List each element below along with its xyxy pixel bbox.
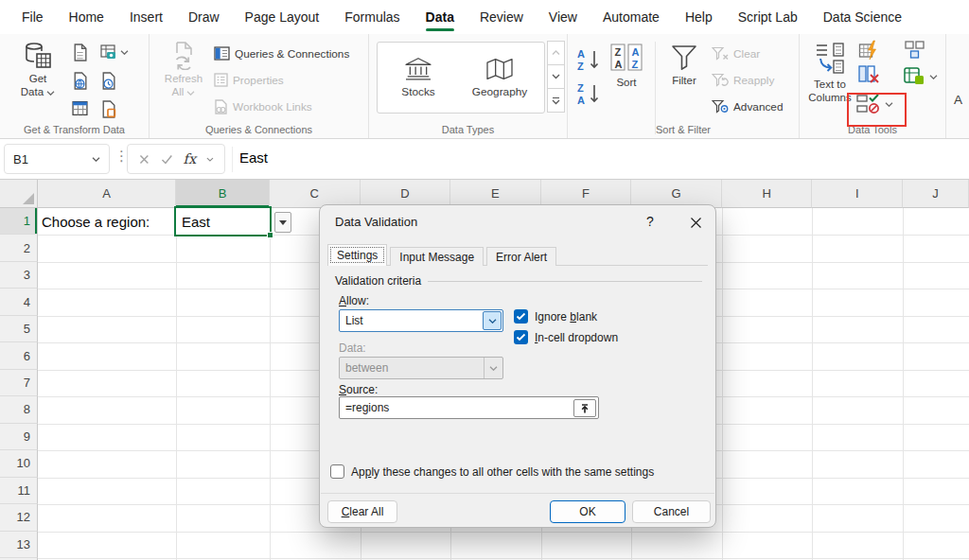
combo-arrow[interactable] [483,311,502,330]
tab-settings[interactable]: Settings [327,244,387,266]
allow-value: List [340,314,483,327]
column-header-j[interactable]: J [903,180,969,208]
select-all-corner[interactable] [0,180,38,208]
column-header-i[interactable]: I [812,180,903,208]
gridline [176,208,177,560]
row-header-1[interactable]: 1 [0,208,38,235]
ok-label: OK [579,505,595,518]
row-header-4[interactable]: 4 [0,289,38,315]
row-header-12[interactable]: 12 [0,504,38,531]
data-validation-highlight-box [847,93,907,127]
gridline [270,208,271,560]
cancel-label: Cancel [654,505,689,518]
gridline [903,208,904,560]
gridline [722,208,723,560]
data-validation-dialog: Data Validation ? SettingsInput MessageE… [319,204,716,528]
row-header-11[interactable]: 11 [0,478,38,504]
ignore-blank-label: Ignore blank [535,310,597,324]
dialog-tabs: SettingsInput MessageError Alert [327,244,559,266]
cell-b1-selected[interactable]: East [174,206,272,236]
apply-to-all-checkbox[interactable] [330,464,344,479]
clear-all-label: Clear All [342,505,384,518]
collapse-arrow-icon [579,403,590,414]
ignore-blank-checkbox[interactable] [514,309,528,324]
gridline [38,558,969,559]
row-header-2[interactable]: 2 [0,235,38,261]
ignore-blank-option[interactable]: Ignore blank [514,309,597,324]
clear-all-button[interactable]: Clear All [327,500,397,523]
allow-combobox[interactable]: List [339,309,503,332]
row-header-8[interactable]: 8 [0,396,38,423]
in-cell-dropdown-checkbox[interactable] [514,330,528,344]
tab-input-message[interactable]: Input Message [390,247,484,266]
tab-error-alert[interactable]: Error Alert [486,247,556,266]
source-value: =regions [345,401,389,414]
close-icon [690,217,702,229]
collapse-dialog-button[interactable] [573,399,596,417]
data-value: between [340,361,484,375]
excel-window: FileHomeInsertDrawPage LayoutFormulasDat… [0,0,969,560]
close-button[interactable] [687,214,704,231]
combo-arrow [484,358,502,378]
gridline [812,208,813,560]
data-combobox: between [339,357,503,379]
ok-button[interactable]: OK [550,500,625,523]
column-header-b[interactable]: B [176,180,270,208]
in-cell-dropdown-button[interactable] [274,212,291,233]
section-rule [428,281,702,282]
fill-handle[interactable] [267,232,273,238]
apply-to-all-label: Apply these changes to all other cells w… [351,465,654,479]
row-header-3[interactable]: 3 [0,262,38,289]
source-input[interactable]: =regions [339,396,599,419]
chevron-down-icon [489,366,498,371]
in-cell-dropdown-label: In-cell dropdown [535,331,618,344]
column-header-a[interactable]: A [38,180,176,208]
check-icon [516,312,526,321]
row-header-9[interactable]: 9 [0,424,38,450]
cell-a1[interactable]: Choose a region: [42,209,150,236]
row-header-7[interactable]: 7 [0,370,38,396]
apply-to-all-option[interactable]: Apply these changes to all other cells w… [330,464,654,479]
footer-divider [321,493,714,494]
cell-b1-value: East [182,214,210,230]
data-label: Data: [339,341,366,355]
source-label: Source: [339,383,378,396]
gridline [38,532,969,533]
cancel-button[interactable]: Cancel [632,500,711,523]
column-header-h[interactable]: H [722,180,813,208]
help-button[interactable]: ? [642,213,659,230]
row-header-6[interactable]: 6 [0,342,38,369]
section-title: Validation criteria [335,274,421,288]
row-header-10[interactable]: 10 [0,450,38,477]
allow-label: Allow: [339,294,369,307]
dialog-title: Data Validation [335,215,417,229]
check-icon [516,333,526,341]
row-header-13[interactable]: 13 [0,532,38,558]
row-header-5[interactable]: 5 [0,316,38,342]
chevron-down-icon [488,319,497,324]
in-cell-dropdown-option[interactable]: In-cell dropdown [514,330,618,344]
